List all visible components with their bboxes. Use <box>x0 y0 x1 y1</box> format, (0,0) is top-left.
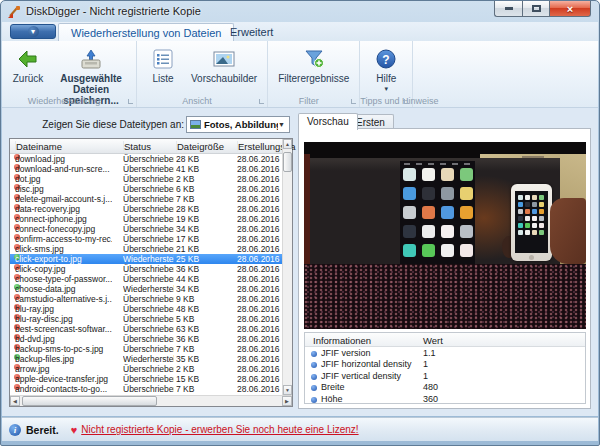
file-row[interactable]: dot.jpgÜberschrieben2 KB28.06.2016 15 <box>10 174 282 184</box>
ribbon-group-wiederherstellung: Zurück Ausgewählte Dateien speichern... … <box>2 41 137 107</box>
file-type-dropdown[interactable]: Fotos, Abbildungen ▼ <box>186 116 290 133</box>
heart-icon: ♥ <box>71 424 78 436</box>
corrupted-image-region <box>304 264 586 329</box>
ribbon-group-tipps: ? Hilfe ▾ Tipps und Hinweise <box>360 41 413 107</box>
ribbon-tab-strip: ▾ Wiederherstellung von Dateien Erweiter… <box>2 22 598 41</box>
tab-vorschau[interactable]: Vorschau <box>298 113 358 130</box>
tab-wiederherstellung-von-dateien[interactable]: Wiederherstellung von Dateien <box>58 23 234 41</box>
vertical-scrollbar[interactable]: ▲ ▼ <box>282 139 292 395</box>
info-dot-icon <box>311 351 317 357</box>
dialog-launcher-icon[interactable] <box>259 99 264 104</box>
horizontal-scrollbar-thumb[interactable] <box>22 396 157 406</box>
iphone-in-photo <box>511 184 552 261</box>
file-type-dropdown-value: Fotos, Abbildungen <box>204 119 278 130</box>
file-row[interactable]: android-contacts-to-go...Überschrieben7 … <box>10 384 282 394</box>
back-button[interactable]: Zurück <box>8 45 48 86</box>
dialog-launcher-icon[interactable] <box>351 99 356 104</box>
info-row: Breite480 <box>305 382 585 393</box>
dialog-launcher-icon[interactable] <box>128 99 133 104</box>
info-table-body: JFIF version1.1JFIF horizontal density1J… <box>305 348 585 405</box>
info-row: JFIF horizontal density1 <box>305 359 585 370</box>
mirrored-app-icon-grid <box>403 168 473 257</box>
group-label-filter: Filter <box>268 96 349 106</box>
thumbnails-view-button[interactable]: Vorschaubilder <box>187 45 261 86</box>
info-table-header: Informationen Wert <box>305 333 585 347</box>
info-column-wert: Wert <box>423 335 443 346</box>
info-icon: i <box>9 424 21 436</box>
license-purchase-link[interactable]: Nicht registrierte Kopie - erwerben Sie … <box>81 424 358 435</box>
info-dot-icon <box>311 362 317 368</box>
file-row[interactable]: delete-gmail-account-s.j...Überschrieben… <box>10 194 282 204</box>
file-row[interactable]: download.jpgÜberschrieben28 KB28.06.2016… <box>10 154 282 164</box>
column-header-dateigroesse[interactable]: Dateigröße <box>176 141 224 152</box>
file-row[interactable]: best-screencast-softwar...Überschrieben6… <box>10 324 282 334</box>
group-label-ansicht: Ansicht <box>137 96 257 106</box>
filter-funnel-icon <box>302 47 326 71</box>
tab-erweitert[interactable]: Erweitert <box>218 23 285 41</box>
file-row[interactable]: camstudio-alternative-s.j...Überschriebe… <box>10 294 282 304</box>
file-row[interactable]: connect-fonecopy.jpgÜberschrieben34 KB28… <box>10 224 282 234</box>
recovered-files-table: Dateiname Status Dateigröße Erstellungsd… <box>9 138 293 407</box>
window-title: DiskDigger - Nicht registrierte Kopie <box>26 5 201 17</box>
info-dot-icon <box>311 374 317 380</box>
file-row[interactable]: click-sms.jpgÜberschrieben21 KB28.06.201… <box>10 244 282 254</box>
help-dropdown-arrow-icon: ▾ <box>385 85 389 93</box>
info-row: Höhe360 <box>305 394 585 405</box>
column-header-status[interactable]: Status <box>123 141 151 152</box>
application-menu-button[interactable]: ▾ <box>10 24 56 39</box>
file-row[interactable]: download-and-run-scre...Überschrieben41 … <box>10 164 282 174</box>
main-content: Zeigen Sie diese Dateitypen an: Fotos, A… <box>2 108 598 416</box>
back-arrow-icon <box>16 47 40 71</box>
info-column-informationen: Informationen <box>313 335 371 346</box>
app-menu-arrow-icon: ▾ <box>28 26 39 37</box>
file-table-body: download.jpgÜberschrieben28 KB28.06.2016… <box>10 154 282 395</box>
file-row[interactable]: bd-dvd.jpgÜberschrieben36 KB28.06.2016 1… <box>10 334 282 344</box>
group-label-tipps-und-hinweise: Tipps und Hinweise <box>360 96 402 106</box>
file-row[interactable]: arrow.jpgÜberschrieben2 KB28.06.2016 15 <box>10 364 282 374</box>
file-row[interactable]: backup-sms-to-pc-s.jpgÜberschrieben7 KB2… <box>10 344 282 354</box>
horizontal-scrollbar[interactable]: ◀ ▶ <box>10 395 292 406</box>
file-row[interactable]: choose-type-of-passwor...Überschrieben44… <box>10 274 282 284</box>
info-row: JFIF version1.1 <box>305 348 585 359</box>
group-label-wiederherstellung: Wiederherstellung <box>2 96 126 106</box>
thumbnails-icon <box>212 47 236 71</box>
list-view-button[interactable]: Liste <box>143 45 183 86</box>
info-dot-icon <box>311 397 317 403</box>
photos-icon <box>190 120 201 129</box>
vertical-scrollbar-thumb[interactable] <box>283 152 292 172</box>
scroll-left-icon[interactable]: ◀ <box>10 396 20 406</box>
file-row[interactable]: data-recovery.jpgÜberschrieben28 KB28.06… <box>10 204 282 214</box>
file-row[interactable]: backup-files.jpgWiederherstell...35 KB28… <box>10 354 282 364</box>
maximize-button[interactable] <box>522 1 549 17</box>
scroll-down-icon[interactable]: ▼ <box>283 385 292 395</box>
file-row[interactable]: blu-ray.jpgÜberschrieben48 KB28.06.2016 … <box>10 304 282 314</box>
file-row[interactable]: click-export-to.jpgWiederherstell...25 K… <box>10 254 282 264</box>
close-button[interactable]: × <box>549 1 591 17</box>
scroll-up-icon[interactable]: ▲ <box>283 139 292 149</box>
file-row[interactable]: click-copy.jpgÜberschrieben36 KB28.06.20… <box>10 264 282 274</box>
file-table-header[interactable]: Dateiname Status Dateigröße Erstellungsd… <box>10 139 282 154</box>
diskdigger-logo-icon <box>8 5 21 18</box>
info-row: JFIF vertical density1 <box>305 371 585 382</box>
ribbon-group-ansicht: Liste Vorschaubilder Ansicht <box>137 41 268 107</box>
file-type-filter-row: Zeigen Sie diese Dateitypen an: Fotos, A… <box>2 116 292 133</box>
filter-results-button[interactable]: Filterergebnisse <box>274 45 353 86</box>
column-header-dateiname[interactable]: Dateiname <box>15 141 62 152</box>
file-row[interactable]: disc.jpgÜberschrieben6 KB28.06.2016 15 <box>10 184 282 194</box>
help-icon: ? <box>374 47 398 71</box>
file-row[interactable]: choose-data.jpgWiederherstell...34 KB28.… <box>10 284 282 294</box>
scroll-right-icon[interactable]: ▶ <box>282 396 292 406</box>
file-row[interactable]: connect-iphone.jpgÜberschrieben19 KB28.0… <box>10 214 282 224</box>
ribbon-group-filter: Filterergebnisse Filter <box>268 41 360 107</box>
title-bar[interactable]: DiskDigger - Nicht registrierte Kopie × <box>1 1 599 22</box>
file-row[interactable]: confirm-access-to-my-rec...Überschrieben… <box>10 234 282 244</box>
help-button[interactable]: ? Hilfe ▾ <box>366 45 406 95</box>
minimize-button[interactable] <box>494 1 522 17</box>
dialog-launcher-icon[interactable] <box>404 99 409 104</box>
chevron-down-icon: ▼ <box>278 121 285 128</box>
application-window: DiskDigger - Nicht registrierte Kopie × … <box>0 0 600 446</box>
hand-in-photo <box>550 198 586 264</box>
image-info-table: Informationen Wert JFIF version1.1JFIF h… <box>304 332 586 404</box>
file-row[interactable]: apple-device-transfer.jpgÜberschrieben15… <box>10 374 282 384</box>
file-row[interactable]: blu-ray-disc.jpgÜberschrieben5 KB28.06.2… <box>10 314 282 324</box>
